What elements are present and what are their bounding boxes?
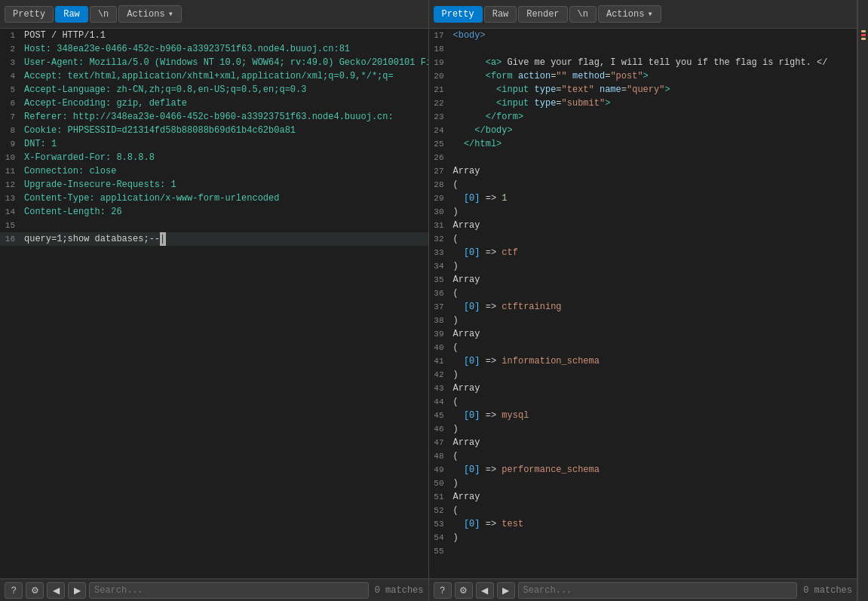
table-row: 34 ) (429, 259, 857, 273)
table-row: 28 ( (429, 178, 857, 192)
left-code-area[interactable]: 1 POST / HTTP/1.1 2 Host: 348ea23e-0466-… (0, 29, 428, 578)
scroll-marker-1 (861, 30, 866, 32)
right-settings-icon-button[interactable]: ⚙ (455, 582, 473, 599)
table-row: 38 ) (429, 314, 857, 327)
right-tab-raw[interactable]: Raw (484, 6, 517, 23)
table-row: 8 Cookie: PHPSESSID=d21314fd58b88088b69d… (0, 124, 428, 137)
table-row: 4 Accept: text/html,application/xhtml+xm… (0, 69, 428, 83)
right-search-input[interactable] (518, 582, 798, 599)
left-actions-button[interactable]: Actions ▾ (118, 5, 182, 23)
table-row: 30 ) (429, 205, 857, 219)
table-row: 52 ( (429, 504, 857, 517)
table-row: 12 Upgrade-Insecure-Requests: 1 (0, 178, 428, 192)
table-row: 2 Host: 348ea23e-0466-452c-b960-a3392375… (0, 42, 428, 56)
table-row: 9 DNT: 1 (0, 137, 428, 151)
help-icon-button[interactable]: ? (5, 582, 23, 599)
table-row: 39 Array (429, 327, 857, 341)
table-row: 47 Array (429, 436, 857, 449)
left-tab-raw[interactable]: Raw (55, 6, 88, 23)
scroll-marker-2 (861, 34, 866, 36)
table-row: 22 <input type="submit"> (429, 97, 857, 110)
table-row: 29 [0] => 1 (429, 192, 857, 205)
left-search-input[interactable] (89, 582, 369, 599)
right-toolbar: Pretty Raw Render \n Actions ▾ (429, 0, 857, 29)
left-panel: Pretty Raw \n Actions ▾ 1 POST / HTTP/1.… (0, 0, 429, 601)
table-row: 18 (429, 42, 857, 56)
chevron-down-icon: ▾ (647, 8, 652, 20)
right-next-match-button[interactable]: ▶ (497, 582, 515, 599)
table-row: 48 ( (429, 449, 857, 463)
table-row: 21 <input type="text" name="query"> (429, 83, 857, 97)
table-row: 25 </html> (429, 137, 857, 151)
table-row: 27 Array (429, 164, 857, 178)
right-matches-count: 0 matches (800, 585, 852, 596)
table-row: 24 </body> (429, 124, 857, 137)
table-row: 23 </form> (429, 110, 857, 124)
table-row: 7 Referer: http://348ea23e-0466-452c-b96… (0, 110, 428, 124)
table-row: 32 ( (429, 232, 857, 246)
table-row: 10 X-Forwarded-For: 8.8.8.8 (0, 151, 428, 164)
table-row: 11 Connection: close (0, 164, 428, 178)
table-row: 15 (0, 219, 428, 232)
table-row: 17 <body> (429, 29, 857, 42)
table-row: 36 ( (429, 287, 857, 300)
table-row: 20 <form action="" method="post"> (429, 69, 857, 83)
table-row: 44 ( (429, 395, 857, 409)
right-tab-newline[interactable]: \n (569, 6, 597, 23)
right-tab-pretty[interactable]: Pretty (434, 6, 483, 23)
left-tab-pretty[interactable]: Pretty (5, 6, 54, 23)
table-row: 3 User-Agent: Mozilla/5.0 (Windows NT 10… (0, 56, 428, 69)
table-row: 46 ) (429, 422, 857, 436)
table-row: 14 Content-Length: 26 (0, 205, 428, 219)
table-row: 16 query=1;show databases;--| (0, 232, 428, 246)
prev-match-button[interactable]: ◀ (47, 582, 65, 599)
table-row: 5 Accept-Language: zh-CN,zh;q=0.8,en-US;… (0, 83, 428, 97)
table-row: 43 Array (429, 382, 857, 395)
right-prev-match-button[interactable]: ◀ (476, 582, 494, 599)
table-row: 35 Array (429, 273, 857, 287)
left-tab-newline[interactable]: \n (90, 6, 117, 23)
right-bottom-bar: ? ⚙ ◀ ▶ 0 matches (429, 578, 857, 601)
table-row: 50 ) (429, 477, 857, 490)
left-matches-count: 0 matches (372, 585, 424, 596)
table-row: 33 [0] => ctf (429, 246, 857, 259)
table-row: 31 Array (429, 219, 857, 232)
table-row: 54 ) (429, 531, 857, 544)
table-row: 6 Accept-Encoding: gzip, deflate (0, 97, 428, 110)
left-bottom-bar: ? ⚙ ◀ ▶ 0 matches (0, 578, 428, 601)
right-help-icon-button[interactable]: ? (434, 582, 452, 599)
chevron-down-icon: ▾ (168, 8, 173, 20)
table-row: 19 <a> Give me your flag, I will tell yo… (429, 56, 857, 69)
right-panel: Pretty Raw Render \n Actions ▾ 17 <body>… (429, 0, 858, 601)
next-match-button[interactable]: ▶ (68, 582, 86, 599)
table-row: 13 Content-Type: application/x-www-form-… (0, 192, 428, 205)
table-row: 26 (429, 151, 857, 164)
table-row: 42 ) (429, 368, 857, 382)
table-row: 1 POST / HTTP/1.1 (0, 29, 428, 42)
right-tab-render[interactable]: Render (518, 6, 567, 23)
right-actions-button[interactable]: Actions ▾ (598, 5, 661, 23)
table-row: 53 [0] => test (429, 517, 857, 531)
table-row: 45 [0] => mysql (429, 409, 857, 422)
scroll-marker-3 (861, 38, 866, 40)
table-row: 51 Array (429, 490, 857, 504)
table-row: 41 [0] => information_schema (429, 354, 857, 368)
right-code-area[interactable]: 17 <body> 18 19 <a> Give me your flag, I… (429, 29, 857, 578)
table-row: 49 [0] => performance_schema (429, 463, 857, 477)
settings-icon-button[interactable]: ⚙ (26, 582, 44, 599)
table-row: 55 (429, 544, 857, 558)
table-row: 37 [0] => ctftraining (429, 300, 857, 314)
right-scroll-strip (857, 0, 868, 601)
left-toolbar: Pretty Raw \n Actions ▾ (0, 0, 428, 29)
table-row: 40 ( (429, 341, 857, 354)
text-cursor: | (160, 232, 166, 246)
